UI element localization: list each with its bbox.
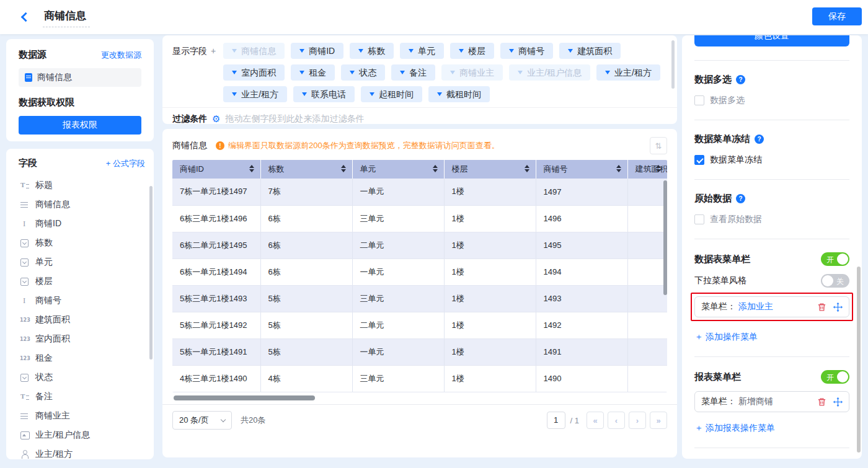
sort-arrows-icon[interactable] xyxy=(341,165,346,172)
filter-conditions-bar[interactable]: 过滤条件 ⚙ 拖动左侧字段到此处来添加过滤条件 xyxy=(162,107,677,124)
field-item[interactable]: 商铺ID xyxy=(19,214,145,233)
chevron-down-icon[interactable] xyxy=(605,71,610,74)
save-button[interactable]: 保存 xyxy=(812,7,862,25)
sort-arrows-icon[interactable] xyxy=(433,165,438,172)
table-vertical-scrollbar[interactable] xyxy=(663,180,667,295)
display-field-chip[interactable]: 室内面积 xyxy=(223,64,285,81)
display-field-chip[interactable]: 状态 xyxy=(341,64,385,81)
table-menu-toggle-on[interactable]: 开 xyxy=(821,252,849,266)
next-page-button[interactable]: › xyxy=(629,412,646,429)
add-action-menu-link[interactable]: ＋ 添加操作菜单 xyxy=(694,332,758,343)
report-menu-toggle-on[interactable]: 开 xyxy=(821,370,849,384)
page-size-select[interactable]: 20 条/页 xyxy=(172,411,232,430)
table-row[interactable]: 6栋一单元1楼1494 6栋 一单元 1楼 1494 xyxy=(172,258,667,285)
display-field-chip[interactable]: 商铺业主 xyxy=(441,64,503,81)
table-row[interactable]: 6栋二单元1楼1495 6栋 二单元 1楼 1495 xyxy=(172,232,667,258)
table-row[interactable]: 4栋三单元1楼1490 4栋 三单元 1楼 1490 xyxy=(172,365,667,392)
display-field-chip[interactable]: 商铺号 xyxy=(500,43,553,59)
sort-arrows-icon[interactable] xyxy=(249,165,254,172)
table-column-header[interactable]: 商铺ID xyxy=(172,160,260,179)
menu-freeze-checkbox-row[interactable]: 数据菜单冻结 xyxy=(694,154,849,166)
first-page-button[interactable]: « xyxy=(587,412,604,429)
checkbox-unchecked[interactable] xyxy=(694,214,704,224)
trash-icon[interactable] xyxy=(817,302,826,312)
menu-item-value[interactable]: 新增商铺 xyxy=(738,396,810,407)
move-icon[interactable] xyxy=(833,397,843,407)
field-item[interactable]: 商铺号 xyxy=(19,291,145,310)
display-field-chip[interactable]: 商铺信息 xyxy=(223,43,285,59)
field-item[interactable]: 室内面积 xyxy=(19,329,145,348)
help-icon[interactable]: ? xyxy=(736,75,745,84)
table-row[interactable]: 4栋二单元1楼1489 4栋 二单元 1楼 1489 xyxy=(172,392,667,392)
display-field-chip[interactable]: 业主/租户信息 xyxy=(509,64,590,81)
menu-item-value[interactable]: 添加业主 xyxy=(738,301,810,312)
checkbox-unchecked[interactable] xyxy=(694,95,704,105)
chevron-down-icon[interactable] xyxy=(509,49,514,53)
chevron-down-icon[interactable] xyxy=(459,49,464,53)
chevron-down-icon[interactable] xyxy=(350,71,355,74)
back-icon[interactable] xyxy=(21,12,31,22)
table-row[interactable]: 6栋三单元1楼1496 6栋 三单元 1楼 1496 xyxy=(172,205,667,232)
settings-scrollbar[interactable] xyxy=(857,267,861,453)
field-item[interactable]: 标题 xyxy=(19,175,145,195)
color-settings-button[interactable]: 颜色设置 xyxy=(694,35,849,46)
page-title[interactable]: 商铺信息 xyxy=(43,7,90,27)
help-icon[interactable]: ? xyxy=(736,194,745,203)
table-column-header[interactable]: 建筑面积 xyxy=(627,160,667,179)
field-item[interactable]: 备注 xyxy=(19,387,145,406)
display-field-chip[interactable]: 起租时间 xyxy=(361,86,422,102)
display-field-chip[interactable]: 建筑面积 xyxy=(559,43,621,59)
report-menu-item-row[interactable]: 菜单栏： 新增商铺 xyxy=(694,391,849,412)
field-item[interactable]: 楼层 xyxy=(19,272,145,291)
field-item[interactable]: 状态 xyxy=(19,368,145,387)
sort-order-button[interactable]: ⇅ xyxy=(650,137,667,154)
table-row[interactable]: 5栋一单元1楼1491 5栋 一单元 1楼 1491 xyxy=(172,338,667,365)
last-page-button[interactable]: » xyxy=(650,412,667,429)
report-permission-button[interactable]: 报表权限 xyxy=(19,116,141,135)
horizontal-scroll-thumb[interactable] xyxy=(174,395,315,400)
sort-arrows-icon[interactable] xyxy=(616,165,621,172)
chevron-down-icon[interactable] xyxy=(450,71,455,74)
chevron-down-icon[interactable] xyxy=(518,71,523,74)
display-field-chip[interactable]: 租金 xyxy=(291,64,335,81)
chevron-down-icon[interactable] xyxy=(568,49,573,53)
table-column-header[interactable]: 楼层 xyxy=(444,160,536,179)
checkbox-checked[interactable] xyxy=(694,155,704,165)
chevron-down-icon[interactable] xyxy=(232,49,237,53)
display-field-chip[interactable]: 业主/租方 xyxy=(596,64,660,81)
table-menu-item-row[interactable]: 菜单栏： 添加业主 xyxy=(694,296,849,317)
trash-icon[interactable] xyxy=(817,397,826,407)
chevron-down-icon[interactable] xyxy=(299,49,304,53)
field-item[interactable]: 建筑面积 xyxy=(19,310,145,329)
display-field-chip[interactable]: 业主/租方 xyxy=(223,86,287,102)
display-field-chip[interactable]: 栋数 xyxy=(350,43,394,59)
sort-arrows-icon[interactable] xyxy=(656,165,661,172)
prev-page-button[interactable]: ‹ xyxy=(608,412,625,429)
move-icon[interactable] xyxy=(833,302,843,312)
dropdown-style-toggle-off[interactable]: 关 xyxy=(821,274,849,288)
raw-data-checkbox-row[interactable]: 查看原始数据 xyxy=(694,214,849,225)
chips-scrollbar[interactable] xyxy=(671,40,675,89)
fields-scrollbar[interactable] xyxy=(149,186,153,360)
change-datasource-link[interactable]: 更改数据源 xyxy=(101,50,141,61)
sort-arrows-icon[interactable] xyxy=(525,165,529,172)
display-field-chip[interactable]: 截租时间 xyxy=(428,86,490,102)
gear-icon[interactable]: ⚙ xyxy=(212,113,220,124)
page-number-input[interactable] xyxy=(547,412,565,429)
field-item[interactable]: 业主/租方 xyxy=(19,444,145,459)
chevron-down-icon[interactable] xyxy=(299,71,304,74)
add-report-action-menu-link[interactable]: ＋ 添加报表操作菜单 xyxy=(694,423,775,434)
field-item[interactable]: 商铺业主 xyxy=(19,406,145,425)
chevron-down-icon[interactable] xyxy=(358,49,363,53)
table-column-header[interactable]: 商铺号 xyxy=(536,160,627,179)
field-item[interactable]: 商铺信息 xyxy=(19,195,145,214)
chevron-down-icon[interactable] xyxy=(302,92,307,96)
table-column-header[interactable]: 单元 xyxy=(352,160,444,179)
datasource-item[interactable]: 商铺信息 xyxy=(19,68,141,87)
table-row[interactable]: 7栋一单元1楼1497 7栋 一单元 1楼 1497 xyxy=(172,179,667,205)
chevron-down-icon[interactable] xyxy=(437,92,442,96)
display-field-chip[interactable]: 联系电话 xyxy=(293,86,355,102)
table-row[interactable]: 5栋三单元1楼1493 5栋 三单元 1楼 1493 xyxy=(172,285,667,312)
chevron-down-icon[interactable] xyxy=(232,71,237,74)
chevron-down-icon[interactable] xyxy=(400,71,405,74)
